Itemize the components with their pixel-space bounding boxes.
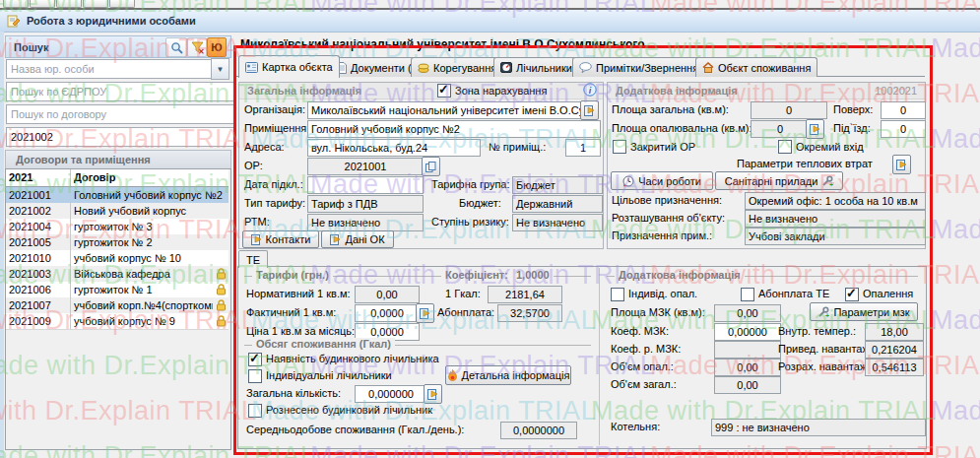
- date-label: Дата підкл.:: [244, 176, 303, 192]
- heating-checkbox[interactable]: [845, 288, 859, 301]
- closed-or-label: Закритий ОР: [630, 139, 695, 155]
- table-row[interactable]: 2021006 гуртожиток № 1: [6, 282, 229, 298]
- toolbar-button[interactable]: [109, 0, 135, 8]
- daily-consumption-field: 0,0000000: [500, 422, 577, 439]
- table-row[interactable]: 2021002 Новий учбовий корпус: [6, 203, 229, 220]
- fieldset-title: Обсяг споживання (Гкал): [252, 338, 395, 350]
- actual-field[interactable]: 0,0000: [355, 304, 420, 322]
- floor-field[interactable]: 0: [881, 101, 926, 119]
- sanitary-button[interactable]: Санітарні прилади +: [715, 171, 843, 190]
- name-search-input[interactable]: [6, 59, 227, 79]
- or-field: 2021001: [307, 158, 424, 175]
- contacts-button[interactable]: Контакти: [242, 230, 319, 248]
- risk-label: Ступінь ризику:: [431, 214, 509, 229]
- table-row[interactable]: 2021010 учбовий корпус № 10: [6, 250, 229, 267]
- abon-te-checkbox[interactable]: [741, 288, 754, 301]
- toolbar-button[interactable]: [83, 0, 108, 8]
- tab-consumption-object[interactable]: Обєкт споживання: [695, 57, 817, 77]
- closed-or-checkbox[interactable]: [613, 140, 626, 154]
- toolbar-button[interactable]: [3, 0, 29, 8]
- name-combo-dropdown[interactable]: ▼: [211, 58, 229, 80]
- premise-no-field[interactable]: 1: [565, 139, 601, 157]
- address-label: Адреса:: [244, 139, 285, 155]
- zone-label: Зона нарахування: [455, 83, 547, 98]
- table-row[interactable]: 2021001 Головний учбовий корпус №2: [6, 187, 229, 204]
- date-field[interactable]: [307, 176, 424, 194]
- row-name: гуртожиток № 2: [71, 234, 229, 250]
- tab-meters[interactable]: Лічильники: [493, 57, 579, 77]
- toolbar-button[interactable]: [56, 0, 82, 8]
- meter-icon: [500, 62, 512, 73]
- individual-meters-label: Індивідуальні лічильники: [266, 367, 392, 383]
- table-row[interactable]: 2021003 Військова кафедра: [6, 266, 229, 283]
- indiv-heat-checkbox[interactable]: [611, 288, 624, 301]
- contract-search-input[interactable]: [6, 104, 234, 124]
- button-label: Санітарні прилади: [725, 175, 818, 187]
- heated-area-picker-button[interactable]: [806, 119, 824, 139]
- edrpou-search-input[interactable]: [6, 82, 234, 101]
- svg-text:+: +: [825, 312, 829, 318]
- entrance-field[interactable]: 0: [881, 120, 926, 138]
- open-form-icon: [810, 124, 820, 135]
- individual-meters-checkbox[interactable]: [248, 369, 262, 383]
- tab-te[interactable]: ТЕ: [238, 250, 268, 268]
- legal-entity-button[interactable]: Ю: [207, 37, 227, 57]
- spread-meter-checkbox[interactable]: [248, 404, 262, 418]
- row-id: 2021004: [6, 219, 71, 234]
- inner-temp-field: 18,00: [865, 323, 924, 341]
- table-row[interactable]: 2021009 учбовий корпус № 9: [6, 313, 229, 330]
- premise-label: Приміщення:: [244, 120, 309, 136]
- wrench-icon: +: [821, 175, 833, 187]
- total-quantity-field[interactable]: 0,000000: [355, 385, 427, 403]
- mzk-coef-field[interactable]: 0,00000: [714, 323, 781, 341]
- lock-icon: [213, 266, 229, 282]
- watermark-text: Made with Dr.Explain TRIAL: [931, 124, 980, 155]
- budget-field: Державний: [512, 195, 603, 213]
- location-field: Не визначено: [745, 210, 926, 228]
- data-ok-button[interactable]: Дані ОК: [321, 230, 394, 248]
- window-titlebar: Робота з юридичними особами: [0, 10, 980, 33]
- building-meter-checkbox[interactable]: [248, 353, 262, 366]
- normative-label: Нормативний 1 кв.м:: [246, 286, 351, 301]
- separate-entrance-checkbox[interactable]: [778, 140, 792, 154]
- mzk-params-button[interactable]: + Параметри мзк: [810, 302, 918, 321]
- object-code: 1002021: [875, 85, 917, 97]
- info-icon[interactable]: i: [583, 83, 597, 97]
- window-title: Робота з юридичними особами: [27, 15, 196, 27]
- tab-corrections[interactable]: Корегування: [411, 57, 503, 77]
- risk-field: Не визначено: [512, 214, 603, 231]
- work-hours-button[interactable]: Часи роботи: [611, 171, 713, 190]
- clear-filter-button[interactable]: ✕: [187, 37, 207, 57]
- copy-or-button[interactable]: [422, 157, 440, 176]
- contracts-panel-header: Договори та приміщення: [5, 150, 231, 169]
- org-picker-button[interactable]: [580, 100, 599, 120]
- yu-icon: Ю: [211, 41, 222, 53]
- open-form-icon: [427, 389, 438, 400]
- tariff-type-field: Тариф з ПДВ: [307, 195, 424, 213]
- wrench-icon: +: [817, 306, 829, 318]
- tab-object-card[interactable]: Картка обєкта: [238, 55, 340, 78]
- total-quantity-picker-button[interactable]: [424, 384, 442, 404]
- contract-number-input[interactable]: [6, 127, 234, 147]
- row-name: учбовий корпус № 9: [71, 313, 213, 329]
- address-field[interactable]: вул. Нікольська, буд.24: [307, 139, 481, 157]
- table-row[interactable]: 2021007 учбовий корп.№4(спорткомплекс): [6, 297, 229, 314]
- actual-picker-button[interactable]: [416, 303, 434, 323]
- table-row[interactable]: 2021005 гуртожиток № 2: [6, 234, 229, 251]
- copy-icon: [425, 162, 436, 172]
- search-button[interactable]: [165, 37, 187, 57]
- row-id: 2021001: [6, 187, 71, 203]
- contracts-header-label: Договори та приміщення: [16, 154, 151, 165]
- tab-notes[interactable]: Примітки/Звернення: [572, 57, 705, 77]
- entrance-label: Під`їзд:: [833, 120, 871, 136]
- toolbar-button[interactable]: [30, 0, 55, 8]
- heat-loss-picker-button[interactable]: [892, 155, 911, 174]
- daily-consumption-label: Середньодобове споживання (Гкал./день.):: [246, 422, 464, 437]
- premise-no-label: № приміщ.:: [489, 139, 546, 155]
- table-row[interactable]: 2021004 гуртожиток № 3: [6, 219, 229, 235]
- heat-volume-field: 0,00: [714, 359, 781, 376]
- floor-label: Поверх:: [833, 101, 873, 117]
- zone-checkbox[interactable]: [437, 84, 451, 98]
- boiler-label: Котельня:: [611, 419, 660, 434]
- detail-info-button[interactable]: Детальна інформація: [445, 365, 571, 385]
